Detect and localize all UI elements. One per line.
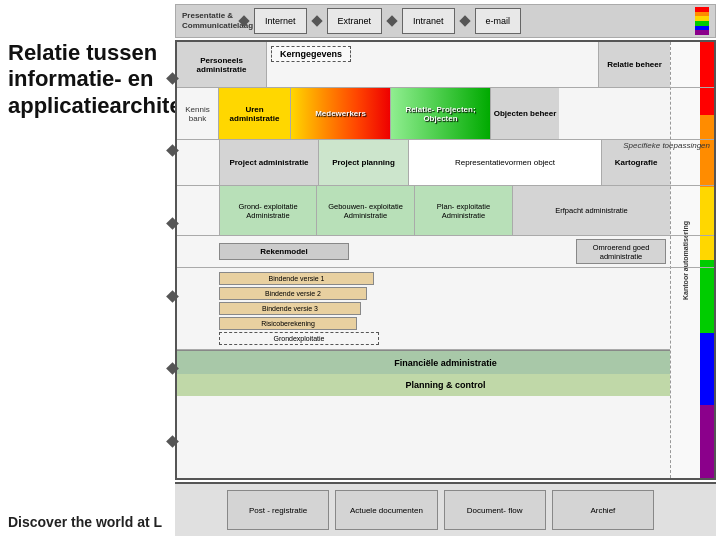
objecten-beheer-label: Objecten beheer <box>494 109 557 118</box>
row6: Bindende versie 1 Bindende versie 2 Bind… <box>177 268 714 350</box>
omroerend-box: Omroerend goed administratie <box>576 239 666 264</box>
risicoberekening-box: Risicoberekening <box>219 317 357 330</box>
left-diamonds <box>167 42 177 478</box>
medewerkers-box: Medewerkers <box>291 88 391 139</box>
bindende-v2-box: Bindende versie 2 <box>219 287 367 300</box>
ocb-green <box>700 260 714 333</box>
bindende-v1-label: Bindende versie 1 <box>268 275 324 282</box>
extranet-label: Extranet <box>338 16 372 26</box>
bottom-row: Post - registratie Actuele documenten Do… <box>175 482 716 536</box>
kennis-bank-label: Kennis bank <box>179 105 216 123</box>
grondexploitatie-label: Grondexploitatie <box>274 335 325 342</box>
diamond-connector-4 <box>459 15 470 26</box>
gebouwen-box: Gebouwen- exploitatie Administratie <box>317 186 415 235</box>
objecten-beheer-box: Objecten beheer <box>491 88 559 139</box>
page-wrapper: Relatie tussen informatie- en applicatie… <box>0 0 720 540</box>
diamond-connector-3 <box>386 15 397 26</box>
bindende-v1-box: Bindende versie 1 <box>219 272 374 285</box>
project-admin-label: Project administratie <box>229 158 308 167</box>
email-box: e-mail <box>475 8 522 34</box>
grond-label: Grond- exploitatie Administratie <box>222 202 314 220</box>
relatie-projecten-label: Relatie- Projecten; Objecten <box>393 105 488 123</box>
actuele-label: Actuele documenten <box>350 506 423 515</box>
intranet-label: Intranet <box>413 16 444 26</box>
financiele-row: Financiële administratie <box>177 350 714 374</box>
dia3 <box>166 217 179 230</box>
row3-spacer <box>177 140 219 185</box>
kartografie-label: Kartografie <box>615 158 658 167</box>
risicoberekening-label: Risicoberekening <box>261 320 315 327</box>
email-label: e-mail <box>486 16 511 26</box>
document-flow-label: Document- flow <box>467 506 523 515</box>
dia1 <box>166 72 179 85</box>
bindende-v3-box: Bindende versie 3 <box>219 302 361 315</box>
row5: Rekenmodel Omroerend goed administratie <box>177 236 714 268</box>
document-flow-box: Document- flow <box>444 490 546 530</box>
header-bar: Presentatie & Communicatielaag Internet … <box>175 4 716 38</box>
personeels-label: Personeels administratie <box>179 56 264 74</box>
diamond-connector-2 <box>311 15 322 26</box>
post-label: Post - registratie <box>249 506 307 515</box>
specifieke-label: Specifieke toepassingen <box>623 141 710 150</box>
internet-label: Internet <box>265 16 296 26</box>
actuele-box: Actuele documenten <box>335 490 437 530</box>
project-planning-label: Project planning <box>332 158 395 167</box>
dia6 <box>166 435 179 448</box>
representatie-label: Representatievormen object <box>455 158 555 167</box>
omroerend-label: Omroerend goed administratie <box>579 243 663 261</box>
bindende-v2-label: Bindende versie 2 <box>265 290 321 297</box>
dia5 <box>166 363 179 376</box>
left-sidebar: Relatie tussen informatie- en applicatie… <box>0 0 175 540</box>
rekenmodel-box: Rekenmodel <box>219 243 349 260</box>
project-admin-box: Project administratie <box>219 140 319 185</box>
uren-admin-label: Uren administratie <box>221 105 288 123</box>
row3: Specifieke toepassingen Project administ… <box>177 140 714 186</box>
main-area: Presentatie & Communicatielaag Internet … <box>175 4 716 536</box>
internet-box: Internet <box>254 8 307 34</box>
archief-label: Archief <box>590 506 615 515</box>
relatie-beheer-label: Relatie beheer <box>607 60 662 69</box>
plan-label: Plan- exploitatie Administratie <box>417 202 510 220</box>
cb-purple <box>695 30 709 35</box>
relatie-beheer-box: Relatie beheer <box>598 42 670 87</box>
erfpacht-box: Erfpacht administratie <box>513 186 670 235</box>
grond-box: Grond- exploitatie Administratie <box>219 186 317 235</box>
row1: Personeels administratie Kerngegevens Re… <box>177 42 714 88</box>
plan-box: Plan- exploitatie Administratie <box>415 186 513 235</box>
uren-admin-box: Uren administratie <box>219 88 291 139</box>
planning-label: Planning & control <box>406 380 486 390</box>
archief-box: Archief <box>552 490 654 530</box>
personeels-box: Personeels administratie <box>177 42 267 87</box>
outer-box: Kantoor automatisering Personeels admini… <box>175 40 716 480</box>
row4: Grond- exploitatie Administratie Gebouwe… <box>177 186 714 236</box>
gebouwen-label: Gebouwen- exploitatie Administratie <box>319 202 412 220</box>
sidebar-title: Relatie tussen informatie- en applicatie… <box>8 40 167 119</box>
grondexploitatie-dashed-box: Grondexploitatie <box>219 332 379 345</box>
presentation-label: Presentatie & Communicatielaag <box>182 11 234 30</box>
intranet-box: Intranet <box>402 8 455 34</box>
financiele-label: Financiële administratie <box>394 358 497 368</box>
extranet-box: Extranet <box>327 8 383 34</box>
kennis-bank-box: Kennis bank <box>177 88 219 139</box>
representatie-box: Representatievormen object <box>409 140 602 185</box>
planning-row: Planning & control <box>177 374 714 396</box>
right-colorbar-header <box>695 7 709 35</box>
ocb-purple <box>700 405 714 478</box>
rekenmodel-label: Rekenmodel <box>260 247 308 256</box>
project-planning-box: Project planning <box>319 140 409 185</box>
medewerkers-label: Medewerkers <box>315 109 366 118</box>
erfpacht-label: Erfpacht administratie <box>555 206 628 215</box>
post-box: Post - registratie <box>227 490 329 530</box>
dia4 <box>166 290 179 303</box>
sidebar-discover: Discover the world at L <box>8 514 167 530</box>
row2: Kennis bank Uren administratie Medewerke… <box>177 88 714 140</box>
relatie-projecten-box: Relatie- Projecten; Objecten <box>391 88 491 139</box>
bindende-v3-label: Bindende versie 3 <box>262 305 318 312</box>
kerngegevens-area: Kerngegevens <box>267 42 598 87</box>
dia2 <box>166 145 179 158</box>
row4-spacer <box>177 186 219 235</box>
ocb-blue <box>700 333 714 406</box>
kerngegevens-label: Kerngegevens <box>271 46 351 62</box>
